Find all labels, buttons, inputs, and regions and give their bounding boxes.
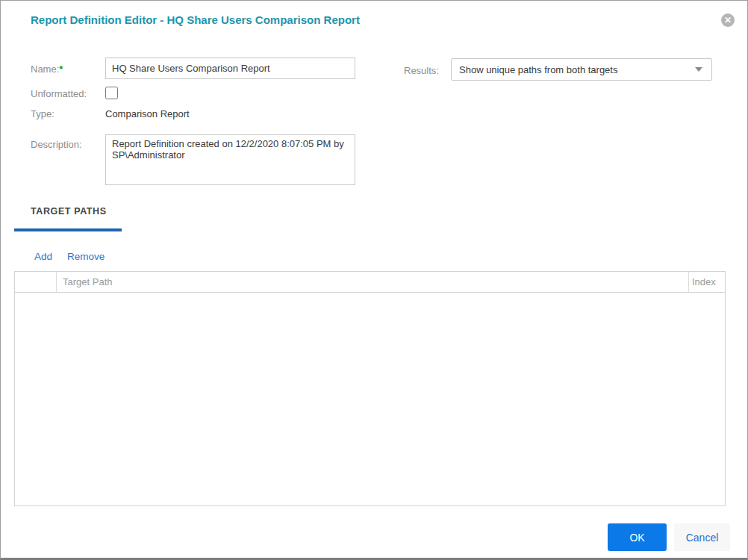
tab-target-paths[interactable]: TARGET PATHS xyxy=(31,206,107,217)
add-link[interactable]: Add xyxy=(34,251,52,262)
results-dropdown-value: Show unique paths from both targets xyxy=(459,64,617,75)
dialog-title: Report Definition Editor - HQ Share User… xyxy=(31,13,360,26)
tab-active-underline xyxy=(14,228,122,231)
name-input[interactable] xyxy=(105,57,355,79)
unformatted-checkbox[interactable] xyxy=(105,87,118,99)
close-icon[interactable]: ✕ xyxy=(721,13,735,27)
required-marker: * xyxy=(59,63,63,75)
table-header-index: Index xyxy=(688,272,725,292)
remove-link[interactable]: Remove xyxy=(67,251,105,262)
ok-button[interactable]: OK xyxy=(608,523,667,551)
table-header-target-path: Target Path xyxy=(57,272,688,292)
type-value: Comparison Report xyxy=(105,108,190,119)
chevron-down-icon xyxy=(695,67,702,72)
unformatted-label: Unformatted: xyxy=(31,88,87,99)
target-paths-table: Target Path Index xyxy=(14,271,726,506)
table-header-row: Target Path Index xyxy=(15,272,725,293)
report-definition-editor-dialog: Report Definition Editor - HQ Share User… xyxy=(0,0,748,560)
table-header-select-column xyxy=(15,272,57,292)
table-body-empty xyxy=(15,293,725,506)
cancel-button[interactable]: Cancel xyxy=(674,523,730,551)
description-label: Description: xyxy=(31,139,82,150)
description-textarea[interactable]: Report Definition created on 12/2/2020 8… xyxy=(105,134,355,185)
results-label: Results: xyxy=(404,65,439,76)
results-dropdown[interactable]: Show unique paths from both targets xyxy=(451,58,712,81)
name-label: Name:* xyxy=(31,63,63,75)
type-label: Type: xyxy=(31,108,54,119)
